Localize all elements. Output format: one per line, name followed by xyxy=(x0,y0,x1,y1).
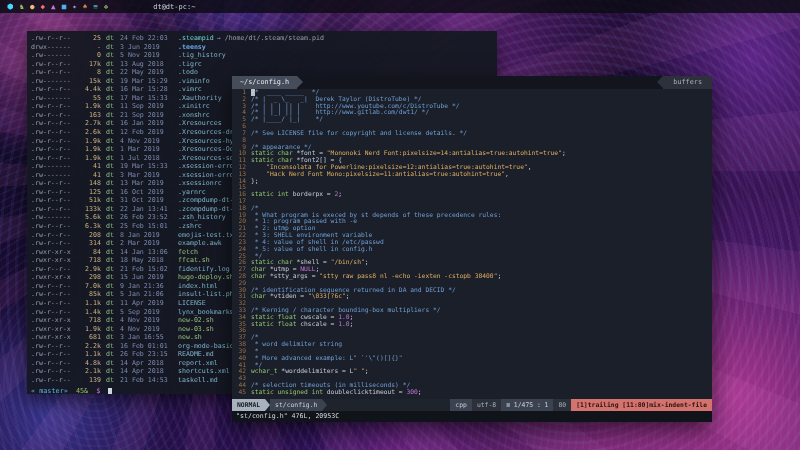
file-perms: .rw-r--r-- xyxy=(31,128,77,137)
line-number: 45 xyxy=(232,389,246,396)
file-perms: .rw-r--r-- xyxy=(31,359,77,368)
file-user: dt xyxy=(106,282,120,291)
symlink-target: → /home/dt/.steam/steam.pid xyxy=(217,34,324,43)
file-date: 11 Apr 2019 xyxy=(120,299,178,308)
statusline-filename: st/config.h xyxy=(270,399,322,411)
workspace-icon[interactable]: ● xyxy=(30,0,35,13)
file-user: dt xyxy=(106,256,120,265)
file-user: dt xyxy=(106,359,120,368)
code-text: wchar_t *worddelimiters = L" "; xyxy=(251,368,369,375)
file-date: 2 Mar 2019 xyxy=(120,239,178,248)
file-user: dt xyxy=(106,265,120,274)
file-size: 1.9k xyxy=(77,145,101,154)
file-perms: .rw-r--r-- xyxy=(31,239,77,248)
file-user: dt xyxy=(106,333,120,342)
file-perms: .rw-r--r-- xyxy=(31,350,77,359)
code-line: 17 xyxy=(232,198,712,205)
code-line: 5/* |____/ |_| */ xyxy=(232,116,712,123)
workspace-icon[interactable]: ♠ xyxy=(83,0,88,13)
file-name: .teensy xyxy=(178,43,206,52)
file-user: dt xyxy=(106,179,120,188)
file-date: 26 Feb 23:52 xyxy=(120,213,178,222)
workspace-icon[interactable]: ▲ xyxy=(51,0,56,13)
file-perms: .rw-r--r-- xyxy=(31,299,77,308)
code-line: 45static unsigned int doubleclicktimeout… xyxy=(232,389,712,396)
file-perms: .rw-r--r-- xyxy=(31,60,77,69)
file-perms: .rw------- xyxy=(31,213,77,222)
file-perms: .rw-r--r-- xyxy=(31,188,77,197)
file-date: 3 Jan 16:55 xyxy=(120,333,178,342)
file-date: 14 Apr 2018 xyxy=(120,367,178,376)
file-name: report.xml xyxy=(178,359,218,368)
file-size: 125 xyxy=(77,188,101,197)
file-date: 18 May 2018 xyxy=(120,256,178,265)
file-date: 19 Mar 15:33 xyxy=(120,162,178,171)
workspace-icon[interactable]: ♞ xyxy=(20,0,25,13)
workspace-icon[interactable]: ◆ xyxy=(41,0,46,13)
git-branch-label: « master» xyxy=(31,387,68,394)
file-size: 1.9k xyxy=(77,325,101,334)
file-user: dt xyxy=(106,239,120,248)
file-user: dt xyxy=(106,308,120,317)
file-date: 21 Sep 2019 xyxy=(120,111,178,120)
file-date: 22 Jan 13:41 xyxy=(120,205,178,214)
file-size: 2.9k xyxy=(77,265,101,274)
editor-window[interactable]: ~/s/config.h buffers 1/* ____ _____ */2/… xyxy=(232,76,712,422)
file-size: 1.4k xyxy=(77,308,101,317)
file-size: - xyxy=(77,43,101,52)
file-perms: .rw-r--r-- xyxy=(31,154,77,163)
statusline: NORMAL st/config.h cpp utf-8 ≡ 1/475 : 1… xyxy=(232,399,712,411)
file-size: 5.6k xyxy=(77,213,101,222)
code-lines: 1/* ____ _____ */2/* | _ \_ _| Derek Tay… xyxy=(232,89,712,396)
tabline-fill xyxy=(303,76,657,89)
file-name: .xsessionrc xyxy=(178,179,222,188)
file-name: new.sh xyxy=(178,333,202,342)
file-user: dt xyxy=(106,77,120,86)
file-size: 6.3k xyxy=(77,222,101,231)
file-name: shortcuts.xml xyxy=(178,367,230,376)
tab-config-h[interactable]: ~/s/config.h xyxy=(232,76,297,89)
file-user: dt xyxy=(106,60,120,69)
code-text: char *vtiden = "\033[?6c"; xyxy=(251,293,350,300)
workspace-icon[interactable]: ■ xyxy=(62,0,67,13)
file-perms: .rw-r--r-- xyxy=(31,145,77,154)
workspace-icon[interactable]: ❖ xyxy=(104,0,109,13)
file-user: dt xyxy=(106,34,120,43)
file-perms: .rw------- xyxy=(31,77,77,86)
file-name: ffcat.sh xyxy=(178,256,210,265)
file-name: .tigrc xyxy=(178,60,202,69)
code-area[interactable]: 1/* ____ _____ */2/* | _ \_ _| Derek Tay… xyxy=(232,89,712,399)
workspace-icon[interactable]: ≡ xyxy=(93,0,98,13)
file-name: hugo-deploy.sh xyxy=(178,273,234,282)
file-perms: .rw-r--r-- xyxy=(31,376,77,385)
file-user: dt xyxy=(106,85,120,94)
file-size: 2.6k xyxy=(77,128,101,137)
code-text: }; xyxy=(251,178,259,185)
file-date: 22 May 2019 xyxy=(120,68,178,77)
code-line: 42wchar_t *worddelimiters = L" "; xyxy=(232,368,712,375)
file-user: dt xyxy=(106,205,120,214)
focused-window-title: dt@dt-pc:~ xyxy=(153,3,195,11)
file-name: emojis-test.txt xyxy=(178,231,238,240)
file-date: 31 Oct 2019 xyxy=(120,196,178,205)
buffers-button[interactable]: buffers xyxy=(663,76,712,89)
file-row: .rw-r--r--17kdt13 Aug 2018.tigrc xyxy=(31,60,497,69)
code-text: /* See LICENSE file for copyright and li… xyxy=(251,130,467,137)
file-user: dt xyxy=(106,154,120,163)
file-date: 16 Jan 2019 xyxy=(120,119,178,128)
file-date: 5 Nov 2019 xyxy=(120,51,178,60)
filetype-indicator: cpp xyxy=(450,399,472,411)
file-date: 1 Mar 2019 xyxy=(120,145,178,154)
workspace-icon[interactable]: ⬢ xyxy=(7,0,14,13)
file-user: dt xyxy=(106,342,120,351)
workspace-icon[interactable]: ✦ xyxy=(72,0,77,13)
file-date: 24 Feb 22:03 xyxy=(120,34,178,43)
file-name: fidentify.log xyxy=(178,265,230,274)
code-text: "Hack Nerd Font Mono:pixelsize=11:antial… xyxy=(251,171,509,178)
file-perms: .rw-r--r-- xyxy=(31,111,77,120)
file-date: 3 Mar 2019 xyxy=(120,171,178,180)
file-perms: .rw-r--r-- xyxy=(31,85,77,94)
file-user: dt xyxy=(106,299,120,308)
file-perms: drwx------ xyxy=(31,43,77,52)
file-name: taskell.md xyxy=(178,376,218,385)
